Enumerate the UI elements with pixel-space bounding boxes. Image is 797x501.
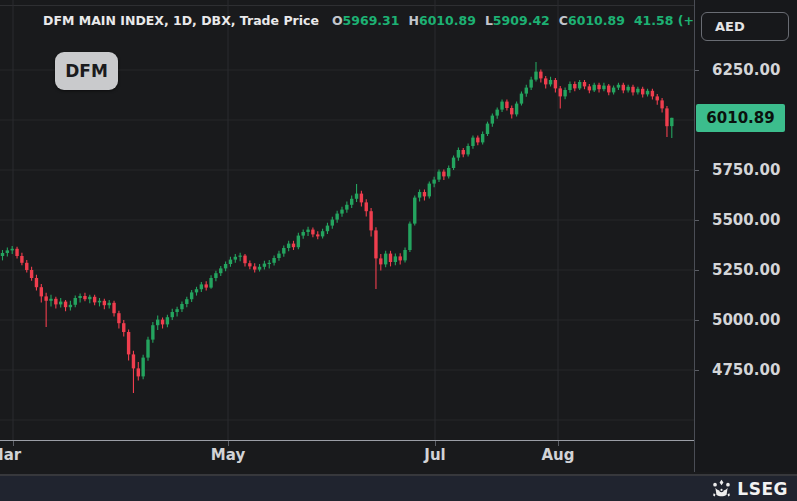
candle-body xyxy=(316,234,319,236)
candle-body xyxy=(103,301,106,305)
candle-body xyxy=(588,86,591,90)
candle-body xyxy=(311,230,314,235)
legend-high-label: H xyxy=(408,13,418,28)
candle-body xyxy=(399,256,402,260)
legend-high-value: 6010.89 xyxy=(419,13,476,28)
instrument-tag[interactable]: DFM xyxy=(55,52,118,90)
candle-body xyxy=(25,263,28,270)
candle-body xyxy=(423,192,426,196)
candle-body xyxy=(520,94,523,104)
candle-body xyxy=(200,284,203,289)
candle-body xyxy=(146,340,149,358)
candle-body xyxy=(137,368,140,376)
candle-body xyxy=(379,258,382,264)
candle-body xyxy=(597,85,600,89)
legend-open-value: 5969.31 xyxy=(343,13,400,28)
candle-body xyxy=(622,85,625,91)
lseg-crest-icon xyxy=(711,478,732,499)
candle-body xyxy=(1,253,4,256)
candle-body xyxy=(180,304,183,309)
candle-body xyxy=(670,118,673,126)
candle-body xyxy=(515,104,518,115)
price-axis-tick xyxy=(695,370,699,371)
candle-body xyxy=(20,256,23,263)
candle-body xyxy=(219,268,222,273)
candle-body xyxy=(481,134,484,142)
candle-body xyxy=(665,108,668,126)
candle-body xyxy=(117,313,120,323)
candle-body xyxy=(345,205,348,210)
legend-title: DFM MAIN INDEX, 1D, DBX, Trade Price xyxy=(43,13,319,28)
lseg-logo-text: LSEG xyxy=(737,479,788,499)
candle-body xyxy=(44,296,47,300)
candle-body xyxy=(83,296,86,299)
candle-body xyxy=(258,267,261,270)
candle-body xyxy=(11,249,14,251)
candle-body xyxy=(78,296,81,298)
candle-body xyxy=(656,96,659,100)
candle-body xyxy=(151,325,154,339)
candle-body xyxy=(437,172,440,180)
candle-body xyxy=(175,309,178,312)
candle-body xyxy=(510,108,513,114)
candle-body xyxy=(554,80,557,88)
candle-body xyxy=(306,230,309,232)
candle-body xyxy=(525,88,528,94)
candle-body xyxy=(384,254,387,265)
bottom-bar: LSEG xyxy=(0,476,797,501)
candle-body xyxy=(549,80,552,84)
candle-body xyxy=(185,299,188,304)
time-axis-label: Mar xyxy=(0,446,21,464)
time-axis[interactable]: MarMayJulAug xyxy=(0,441,694,471)
legend-open-label: O xyxy=(332,13,343,28)
candle-body xyxy=(98,301,101,303)
candle-body xyxy=(447,168,450,176)
candle-body xyxy=(612,88,615,93)
candle-body xyxy=(88,297,91,299)
candle-body xyxy=(141,358,144,377)
candle-body xyxy=(568,84,571,90)
price-axis-label: 5500.00 xyxy=(712,211,780,229)
candle-body xyxy=(132,354,135,368)
candle-body xyxy=(617,85,620,88)
candle-body xyxy=(331,220,334,226)
candle-body xyxy=(578,82,581,88)
legend-close-value: 6010.89 xyxy=(568,13,625,28)
legend-close-label: C xyxy=(559,13,568,28)
candle-body xyxy=(365,202,368,211)
legend: DFM MAIN INDEX, 1D, DBX, Trade PriceO596… xyxy=(43,13,743,28)
candle-body xyxy=(171,312,174,317)
candle-body xyxy=(282,248,285,254)
candle-body xyxy=(583,82,586,86)
price-axis-label: 5250.00 xyxy=(712,261,780,279)
time-axis-label: Aug xyxy=(541,446,574,464)
candle-body xyxy=(209,278,212,288)
candle-body xyxy=(559,88,562,96)
candle-body xyxy=(428,184,431,197)
candle-body xyxy=(161,320,164,325)
price-axis[interactable]: AED 6010.89 6250.005750.005500.005250.00… xyxy=(694,0,797,472)
candle-body xyxy=(602,86,605,90)
candle-body xyxy=(534,72,537,80)
candle-body xyxy=(224,264,227,268)
candle-body xyxy=(403,250,406,260)
candle-body xyxy=(500,102,503,110)
candle-body xyxy=(292,244,295,248)
candle-body xyxy=(413,198,416,224)
currency-badge[interactable]: AED xyxy=(701,12,789,41)
candle-body xyxy=(229,260,232,264)
candle-body xyxy=(529,80,532,88)
price-axis-label: 6250.00 xyxy=(712,61,780,79)
candle-body xyxy=(471,138,474,146)
candle-body xyxy=(651,91,654,97)
candle-body xyxy=(374,230,377,258)
candle-body xyxy=(607,86,610,93)
candle-body xyxy=(253,266,256,269)
candle-body xyxy=(74,298,77,305)
lseg-logo: LSEG xyxy=(711,478,788,499)
chart-widget: DFM MAIN INDEX, 1D, DBX, Trade PriceO596… xyxy=(0,0,797,501)
candle-body xyxy=(496,110,499,116)
candle-body xyxy=(238,256,241,257)
candle-body xyxy=(54,299,57,305)
legend-low-value: 5909.42 xyxy=(493,13,550,28)
